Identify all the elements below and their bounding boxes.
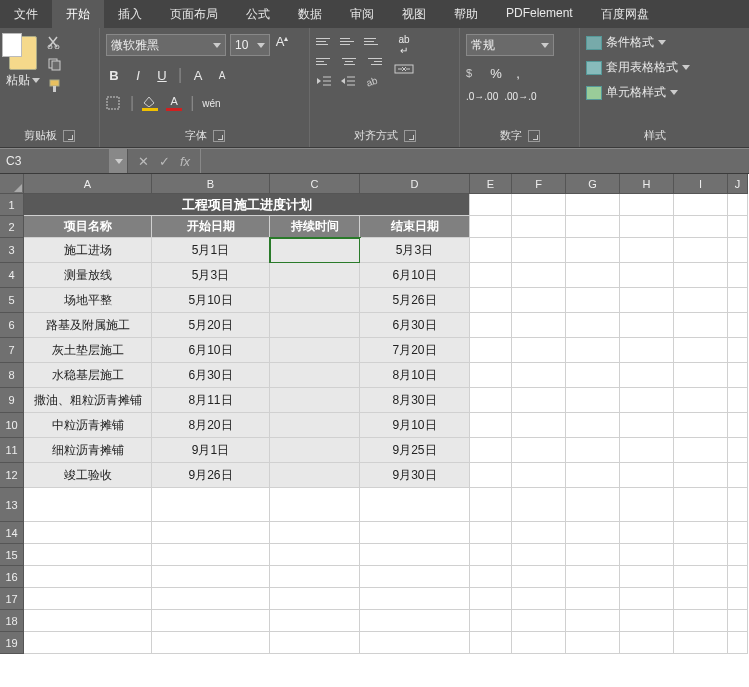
cell-B16[interactable] [152, 566, 270, 588]
align-right-button[interactable] [364, 54, 382, 68]
col-header-I[interactable]: I [674, 174, 728, 194]
col-header-G[interactable]: G [566, 174, 620, 194]
tab-视图[interactable]: 视图 [388, 0, 440, 28]
decrease-decimal-button[interactable]: .00→.0 [504, 91, 536, 102]
cell-I7[interactable] [674, 338, 728, 363]
increase-font-size[interactable]: A [190, 68, 206, 83]
cell-E17[interactable] [470, 588, 512, 610]
cell-G12[interactable] [566, 463, 620, 488]
cell-I14[interactable] [674, 522, 728, 544]
cell-A18[interactable] [24, 610, 152, 632]
cell-E10[interactable] [470, 413, 512, 438]
cell-E4[interactable] [470, 263, 512, 288]
col-header-J[interactable]: J [728, 174, 748, 194]
cell-C15[interactable] [270, 544, 360, 566]
tab-公式[interactable]: 公式 [232, 0, 284, 28]
align-bottom-button[interactable] [364, 34, 382, 48]
cell-B5[interactable]: 5月10日 [152, 288, 270, 313]
align-center-button[interactable] [340, 54, 358, 68]
cell-H13[interactable] [620, 488, 674, 522]
cell-H1[interactable] [620, 194, 674, 216]
cell-F7[interactable] [512, 338, 566, 363]
col-header-C[interactable]: C [270, 174, 360, 194]
col-header-H[interactable]: H [620, 174, 674, 194]
cell-C11[interactable] [270, 438, 360, 463]
cell-H3[interactable] [620, 238, 674, 263]
cell-D3[interactable]: 5月3日 [360, 238, 470, 263]
cell-G8[interactable] [566, 363, 620, 388]
align-middle-button[interactable] [340, 34, 358, 48]
cell-B12[interactable]: 9月26日 [152, 463, 270, 488]
row-header-9[interactable]: 9 [0, 388, 24, 413]
cell-B6[interactable]: 5月20日 [152, 313, 270, 338]
cell-F1[interactable] [512, 194, 566, 216]
cell-G1[interactable] [566, 194, 620, 216]
cell-H2[interactable] [620, 216, 674, 238]
row-header-5[interactable]: 5 [0, 288, 24, 313]
row-header-13[interactable]: 13 [0, 488, 24, 522]
cell-F5[interactable] [512, 288, 566, 313]
cell-J4[interactable] [728, 263, 748, 288]
cell-C13[interactable] [270, 488, 360, 522]
cell-A17[interactable] [24, 588, 152, 610]
row-header-7[interactable]: 7 [0, 338, 24, 363]
cell-A5[interactable]: 场地平整 [24, 288, 152, 313]
cell-styles-button[interactable]: 单元格样式 [586, 84, 724, 101]
col-header-B[interactable]: B [152, 174, 270, 194]
cell-J3[interactable] [728, 238, 748, 263]
row-header-12[interactable]: 12 [0, 463, 24, 488]
cell-C2[interactable]: 持续时间 [270, 216, 360, 238]
cell-D2[interactable]: 结束日期 [360, 216, 470, 238]
cell-D6[interactable]: 6月30日 [360, 313, 470, 338]
cell-G14[interactable] [566, 522, 620, 544]
align-dialog-launcher[interactable] [404, 130, 416, 142]
cell-B14[interactable] [152, 522, 270, 544]
cell-F17[interactable] [512, 588, 566, 610]
cell-J10[interactable] [728, 413, 748, 438]
cell-C6[interactable] [270, 313, 360, 338]
row-header-8[interactable]: 8 [0, 363, 24, 388]
cell-F16[interactable] [512, 566, 566, 588]
font-size-combo[interactable]: 10 [230, 34, 270, 56]
cell-I4[interactable] [674, 263, 728, 288]
cut-button[interactable] [46, 34, 64, 50]
font-dialog-launcher[interactable] [213, 130, 225, 142]
cell-B17[interactable] [152, 588, 270, 610]
percent-button[interactable]: % [488, 66, 504, 81]
paste-button[interactable]: 粘贴 [6, 36, 40, 89]
tab-数据[interactable]: 数据 [284, 0, 336, 28]
merge-center-button[interactable] [394, 62, 414, 76]
cell-D4[interactable]: 6月10日 [360, 263, 470, 288]
cell-J17[interactable] [728, 588, 748, 610]
cell-F6[interactable] [512, 313, 566, 338]
tab-文件[interactable]: 文件 [0, 0, 52, 28]
clipboard-dialog-launcher[interactable] [63, 130, 75, 142]
cell-F15[interactable] [512, 544, 566, 566]
cell-G9[interactable] [566, 388, 620, 413]
decrease-indent-button[interactable] [316, 74, 334, 88]
cell-I12[interactable] [674, 463, 728, 488]
cell-A6[interactable]: 路基及附属施工 [24, 313, 152, 338]
cell-G11[interactable] [566, 438, 620, 463]
row-header-19[interactable]: 19 [0, 632, 24, 654]
tab-审阅[interactable]: 审阅 [336, 0, 388, 28]
cell-A3[interactable]: 施工进场 [24, 238, 152, 263]
cell-J11[interactable] [728, 438, 748, 463]
underline-button[interactable]: U [154, 68, 170, 83]
cell-B9[interactable]: 8月11日 [152, 388, 270, 413]
row-header-1[interactable]: 1 [0, 194, 24, 216]
row-header-6[interactable]: 6 [0, 313, 24, 338]
align-left-button[interactable] [316, 54, 334, 68]
cell-B18[interactable] [152, 610, 270, 632]
cell-J8[interactable] [728, 363, 748, 388]
cell-D8[interactable]: 8月10日 [360, 363, 470, 388]
col-header-E[interactable]: E [470, 174, 512, 194]
cell-H7[interactable] [620, 338, 674, 363]
cell-C18[interactable] [270, 610, 360, 632]
cell-H6[interactable] [620, 313, 674, 338]
cell-H4[interactable] [620, 263, 674, 288]
tab-百度网盘[interactable]: 百度网盘 [587, 0, 663, 28]
cell-J12[interactable] [728, 463, 748, 488]
cell-A16[interactable] [24, 566, 152, 588]
cell-I18[interactable] [674, 610, 728, 632]
